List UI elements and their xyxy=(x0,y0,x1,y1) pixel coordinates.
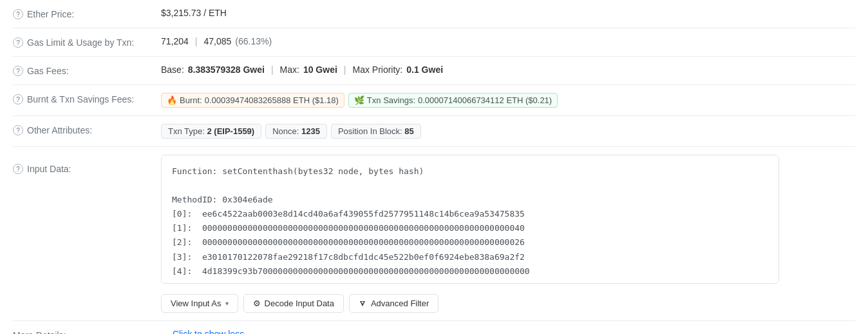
input-actions-bar: View Input As ▾ ⚙ Decode Input Data ⛛ Ad… xyxy=(161,294,439,313)
txn-type-value: 2 (EIP-1559) xyxy=(207,126,254,136)
ether-price-row: ? Ether Price: $3,215.73 / ETH xyxy=(13,0,855,28)
gas-limit-label-col: ? Gas Limit & Usage by Txn: xyxy=(13,36,161,48)
more-details-row: More Details: — Click to show less xyxy=(13,321,855,334)
decode-input-data-button[interactable]: ⚙ Decode Input Data xyxy=(243,294,344,313)
gas-limit-help-icon[interactable]: ? xyxy=(13,37,23,48)
gas-max-value: 10 Gwei xyxy=(303,64,337,75)
decode-icon: ⚙ xyxy=(253,299,261,308)
gas-percent: (66.13%) xyxy=(235,36,272,46)
advanced-filter-label: Advanced Filter xyxy=(371,299,429,308)
advanced-filter-button[interactable]: ⛛ Advanced Filter xyxy=(349,294,439,313)
filter-icon: ⛛ xyxy=(359,299,367,308)
gas-priority-value: 0.1 Gwei xyxy=(406,64,443,75)
more-details-value-col: — Click to show less xyxy=(161,329,855,334)
gas-priority-label: Max Priority: xyxy=(352,64,402,75)
view-input-as-label: View Input As xyxy=(171,299,222,308)
gas-fees-row: ? Gas Fees: Base: 8.383579328 Gwei | Max… xyxy=(13,57,855,85)
input-box-wrapper: Function: setContenthash(bytes32 node, b… xyxy=(161,155,779,284)
burnt-badge-label: Burnt: xyxy=(180,95,202,105)
gas-separator: | xyxy=(195,36,198,46)
gas-fees-label-col: ? Gas Fees: xyxy=(13,64,161,76)
transaction-details: ? Ether Price: $3,215.73 / ETH ? Gas Lim… xyxy=(0,0,868,334)
gas-usage-value: 47,085 xyxy=(203,36,231,46)
decode-input-data-label: Decode Input Data xyxy=(265,299,334,308)
gas-fees-help-icon[interactable]: ? xyxy=(13,66,23,76)
savings-badge: 🌿 Txn Savings: 0.000071400667341​12 ETH … xyxy=(348,93,558,108)
nonce-value: 1235 xyxy=(301,126,320,136)
gas-fees-value-col: Base: 8.383579328 Gwei | Max: 10 Gwei | … xyxy=(161,64,855,75)
input-data-value-col: Function: setContenthash(bytes32 node, b… xyxy=(161,155,855,313)
position-label: Position In Block: xyxy=(338,126,402,136)
other-attributes-label-col: ? Other Attributes: xyxy=(13,124,161,135)
savings-badge-label: Txn Savings: xyxy=(367,95,415,105)
input-data-help-icon[interactable]: ? xyxy=(13,164,23,174)
other-attributes-label: Other Attributes: xyxy=(27,125,92,135)
ether-price-value-col: $3,215.73 / ETH xyxy=(161,8,855,18)
gas-max-label: Max: xyxy=(280,64,299,75)
fire-icon: 🔥 xyxy=(167,95,177,105)
other-attributes-help-icon[interactable]: ? xyxy=(13,125,23,135)
input-data-box[interactable]: Function: setContenthash(bytes32 node, b… xyxy=(161,155,779,284)
gas-limit-value-col: 71,204 | 47,085 (66.13%) xyxy=(161,36,855,46)
ether-price-label: Ether Price: xyxy=(27,9,74,19)
other-attributes-row: ? Other Attributes: Txn Type: 2 (EIP-155… xyxy=(13,116,855,147)
gas-limit-row: ? Gas Limit & Usage by Txn: 71,204 | 47,… xyxy=(13,28,855,57)
show-less-link[interactable]: — Click to show less xyxy=(161,329,244,334)
txn-type-label: Txn Type: xyxy=(168,126,205,136)
gas-fees-label: Gas Fees: xyxy=(27,66,69,76)
view-input-as-button[interactable]: View Input As ▾ xyxy=(161,294,238,313)
input-data-label-col: ? Input Data: xyxy=(13,155,161,174)
position-value: 85 xyxy=(404,126,413,136)
more-details-label: More Details: xyxy=(13,330,66,334)
nonce-badge: Nonce: 1235 xyxy=(265,124,327,139)
ether-price-value: $3,215.73 / ETH xyxy=(161,8,227,18)
burnt-badge: 🔥 Burnt: 0.00039474083265888 ETH ($1.18) xyxy=(161,93,344,108)
ether-price-help-icon[interactable]: ? xyxy=(13,9,23,19)
chevron-down-icon: ▾ xyxy=(225,300,229,307)
burnt-label-col: ? Burnt & Txn Savings Fees: xyxy=(13,93,161,104)
gas-base-value: 8.383579328 Gwei xyxy=(188,64,265,75)
savings-badge-value: 0.000071400667341​12 ETH ($0.21) xyxy=(418,95,552,105)
burnt-badge-value: 0.00039474083265888 ETH ($1.18) xyxy=(205,95,339,105)
gas-limit-label: Gas Limit & Usage by Txn: xyxy=(27,37,134,48)
burnt-help-icon[interactable]: ? xyxy=(13,94,23,104)
nonce-label: Nonce: xyxy=(272,126,299,136)
position-badge: Position In Block: 85 xyxy=(331,124,421,139)
ether-price-label-col: ? Ether Price: xyxy=(13,8,161,19)
txn-type-badge: Txn Type: 2 (EIP-1559) xyxy=(161,124,261,139)
savings-icon: 🌿 xyxy=(354,95,364,105)
burnt-value-col: 🔥 Burnt: 0.00039474083265888 ETH ($1.18)… xyxy=(161,93,855,108)
gas-base-label: Base: xyxy=(161,64,184,75)
burnt-row: ? Burnt & Txn Savings Fees: 🔥 Burnt: 0.0… xyxy=(13,85,855,116)
gas-limit-value: 71,204 xyxy=(161,36,189,46)
input-data-content: Function: setContenthash(bytes32 node, b… xyxy=(172,164,768,279)
gas-fees-sep1: | xyxy=(271,64,274,75)
other-attributes-value-col: Txn Type: 2 (EIP-1559) Nonce: 1235 Posit… xyxy=(161,124,855,139)
input-data-row: ? Input Data: Function: setContenthash(b… xyxy=(13,147,855,321)
more-details-label-col: More Details: xyxy=(13,329,161,334)
input-data-label: Input Data: xyxy=(27,164,71,174)
gas-fees-sep2: | xyxy=(344,64,346,75)
burnt-label: Burnt & Txn Savings Fees: xyxy=(27,94,134,104)
